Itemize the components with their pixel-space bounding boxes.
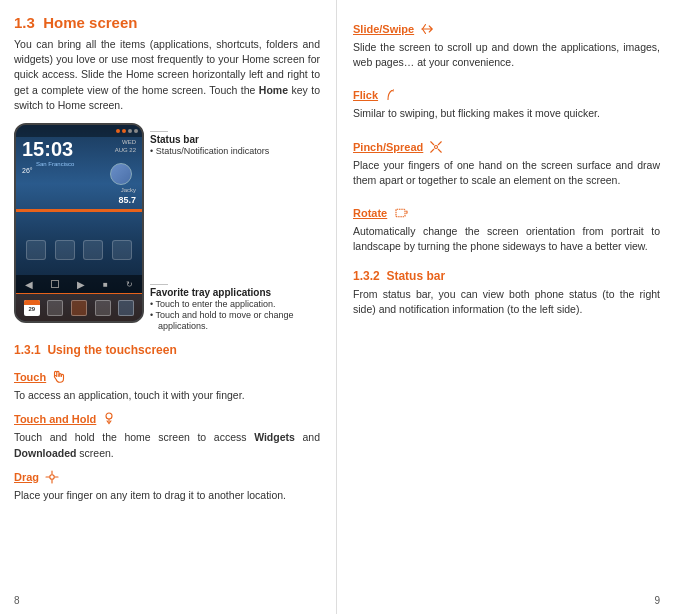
right-page: Slide/Swipe Slide the screen to scroll u… xyxy=(337,0,674,614)
phone-tray: 29 xyxy=(16,293,142,321)
flick-action: Flick Similar to swiping, but flicking m… xyxy=(353,80,660,121)
page-number-left: 8 xyxy=(14,595,20,606)
phone-time: 15:03 xyxy=(22,139,73,159)
phone-nav-bar: ◀ ▶ ■ ↻ xyxy=(16,275,142,293)
status-bar-body: From status bar, you can view both phone… xyxy=(353,287,660,317)
section-title: 1.3 Home screen xyxy=(14,14,137,31)
slide-swipe-icon xyxy=(418,20,436,38)
phone-mockup: 15:03 WED AUG 22 26° San Francisco Jacky… xyxy=(14,123,144,323)
touch-hold-icon xyxy=(100,410,118,428)
pinch-spread-title: Pinch/Spread xyxy=(353,138,445,156)
subsection-title-1-3-1: 1.3.1 Using the touchscreen xyxy=(14,343,320,357)
section-body: You can bring all the items (application… xyxy=(14,37,320,113)
slide-swipe-action: Slide/Swipe Slide the screen to scroll u… xyxy=(353,14,660,70)
phone-weather: 26° xyxy=(22,167,33,174)
touch-hold-body: Touch and hold the home screen to access… xyxy=(14,430,320,460)
slide-swipe-title: Slide/Swipe xyxy=(353,20,436,38)
flick-title: Flick xyxy=(353,86,400,104)
touch-body: To access an application, touch it with … xyxy=(14,388,320,403)
rotate-title: Rotate xyxy=(353,204,413,222)
touch-hold-title: Touch and Hold xyxy=(14,410,118,428)
pinch-spread-action: Pinch/Spread Place your fingers of one h… xyxy=(353,132,660,188)
touch-title: Touch xyxy=(14,368,68,386)
tray-callout: Favorite tray applications • Touch to en… xyxy=(150,284,294,331)
touch-action: Touch To access an application, touch it… xyxy=(14,361,320,403)
touch-icon xyxy=(50,368,68,386)
svg-point-2 xyxy=(106,413,112,419)
left-page: 1.3 Home screen You can bring all the it… xyxy=(0,0,337,614)
svg-point-4 xyxy=(435,145,438,148)
drag-icon xyxy=(43,468,61,486)
pinch-spread-icon xyxy=(427,138,445,156)
touch-and-hold-action: Touch and Hold Touch and hold the home s… xyxy=(14,403,320,460)
phone-calendar-icon: 29 xyxy=(24,300,40,316)
tray-callout-title: Favorite tray applications xyxy=(150,287,271,298)
svg-point-3 xyxy=(50,475,55,480)
phone-contact: Jacky xyxy=(121,187,136,193)
svg-rect-5 xyxy=(396,209,405,217)
drag-action: Drag Place your finger on any item to dr… xyxy=(14,461,320,503)
phone-avatar xyxy=(110,163,132,185)
slide-swipe-body: Slide the screen to scroll up and down t… xyxy=(353,40,660,70)
pinch-spread-body: Place your fingers of one hand on the sc… xyxy=(353,158,660,188)
phone-date: WED AUG 22 xyxy=(115,139,136,155)
flick-body: Similar to swiping, but flicking makes i… xyxy=(353,106,660,121)
rotate-action: Rotate Automatically change the screen o… xyxy=(353,198,660,254)
subsection-title-1-3-2: 1.3.2 Status bar xyxy=(353,269,660,283)
status-bar-callout: Status bar • Status/Notification indicat… xyxy=(150,131,269,156)
phone-number: 85.7 xyxy=(118,195,136,205)
drag-title: Drag xyxy=(14,468,61,486)
rotate-body: Automatically change the screen orientat… xyxy=(353,224,660,254)
phone-city: San Francisco xyxy=(36,161,74,167)
flick-icon xyxy=(382,86,400,104)
drag-body: Place your finger on any item to drag it… xyxy=(14,488,320,503)
page-number-right: 9 xyxy=(654,595,660,606)
rotate-icon xyxy=(391,204,413,222)
